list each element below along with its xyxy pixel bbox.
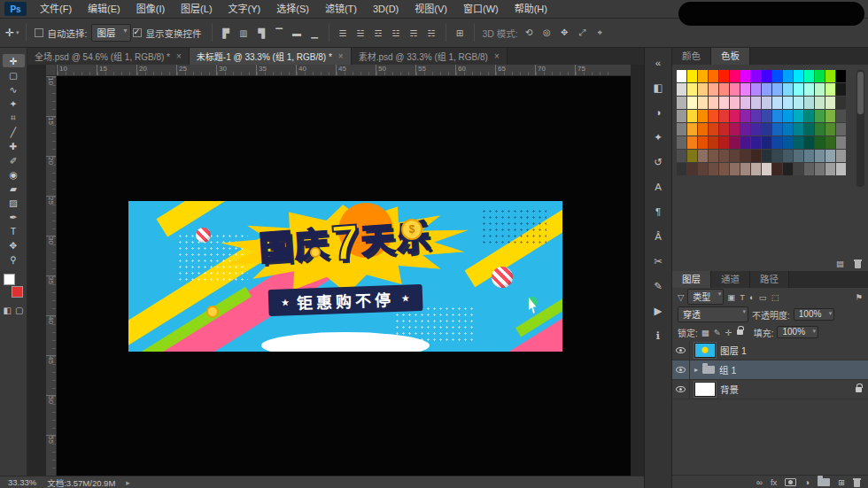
color-swatch[interactable]	[783, 83, 793, 96]
color-swatch[interactable]	[709, 150, 718, 162]
color-swatch[interactable]	[794, 123, 803, 136]
3d-roll-icon[interactable]: ◎	[539, 27, 554, 38]
document-tab-3[interactable]: 素材.psd @ 33.3% (组 1, RGB/8)×	[352, 48, 508, 65]
color-swatch[interactable]	[687, 83, 697, 96]
distribute-left-icon[interactable]: ☳	[389, 28, 404, 38]
color-swatch[interactable]	[783, 110, 793, 122]
new-swatch-icon[interactable]: ▤	[836, 259, 844, 268]
color-swatch[interactable]	[815, 110, 825, 122]
link-layers-icon[interactable]: ∞	[756, 477, 763, 487]
expand-panels-icon[interactable]: «	[647, 53, 669, 72]
color-swatch[interactable]	[687, 97, 697, 109]
align-right-icon[interactable]: ▜	[254, 28, 269, 38]
color-swatch[interactable]	[709, 83, 718, 96]
brush-settings-panel-icon[interactable]: ✎	[647, 276, 669, 295]
color-swatch[interactable]	[825, 163, 835, 175]
layer-visibility-toggle[interactable]	[672, 341, 690, 360]
color-swatch[interactable]	[783, 150, 793, 162]
hand-tool[interactable]: ✥	[3, 238, 25, 252]
color-swatch[interactable]	[762, 123, 771, 136]
status-options-arrow-icon[interactable]: ▸	[126, 478, 130, 487]
color-swatch[interactable]	[762, 70, 771, 82]
lock-all-icon[interactable]	[737, 329, 743, 335]
layer-row-3[interactable]: 背景	[672, 380, 868, 399]
crop-tool[interactable]: ⌗	[3, 111, 25, 124]
blend-mode-dropdown[interactable]: 穿透	[678, 306, 748, 322]
color-swatch[interactable]	[762, 150, 771, 162]
screen-mode-icon[interactable]: ▢	[15, 306, 23, 315]
color-swatch[interactable]	[751, 123, 761, 136]
filter-adjustment-layers-icon[interactable]: ◐	[749, 292, 755, 302]
color-swatch[interactable]	[825, 70, 835, 82]
history-panel-icon[interactable]: ↺	[647, 152, 669, 171]
color-swatch[interactable]	[772, 136, 782, 149]
color-swatch[interactable]	[762, 163, 771, 175]
color-swatch[interactable]	[687, 123, 697, 136]
color-swatch[interactable]	[719, 123, 729, 136]
menu-item-5[interactable]: 文字(Y)	[221, 0, 269, 19]
lock-position-icon[interactable]: ✛	[725, 328, 732, 337]
rectangular-marquee-tool[interactable]: ▢	[3, 68, 25, 81]
color-swatch[interactable]	[815, 123, 825, 136]
menu-item-7[interactable]: 滤镜(T)	[317, 0, 365, 19]
new-group-icon[interactable]	[818, 478, 830, 486]
distribute-bottom-icon[interactable]: ☲	[371, 28, 386, 38]
color-swatch[interactable]	[825, 83, 835, 96]
color-swatch[interactable]	[677, 110, 686, 122]
color-swatch[interactable]	[794, 136, 803, 149]
color-swatch[interactable]	[804, 136, 814, 149]
group-expand-arrow-icon[interactable]: ▸	[694, 366, 698, 374]
color-swatch[interactable]	[740, 150, 750, 162]
lock-image-pixels-icon[interactable]: ✎	[714, 328, 721, 337]
layer-mask-icon[interactable]	[785, 478, 796, 486]
3d-scale-icon[interactable]: ⌖	[593, 27, 608, 38]
color-swatch[interactable]	[751, 150, 761, 162]
color-swatch[interactable]	[804, 83, 814, 96]
layer-visibility-toggle[interactable]	[672, 380, 690, 399]
color-swatch[interactable]	[794, 70, 803, 82]
color-swatch[interactable]	[677, 83, 686, 96]
timeline-panel-icon[interactable]: ▶	[647, 301, 669, 320]
color-swatch[interactable]	[730, 83, 740, 96]
align-bottom-icon[interactable]: ▁	[307, 28, 322, 38]
color-swatch[interactable]	[719, 110, 729, 122]
type-tool[interactable]: T	[3, 224, 25, 237]
zoom-level[interactable]: 33.33%	[8, 477, 36, 487]
color-swatch[interactable]	[719, 136, 729, 149]
menu-item-11[interactable]: 帮助(H)	[507, 0, 555, 19]
color-swatch[interactable]	[772, 83, 782, 96]
color-swatch[interactable]	[825, 123, 835, 136]
color-swatch[interactable]	[677, 163, 686, 175]
filter-toggle-icon[interactable]: ⚑	[855, 292, 863, 302]
3d-rotate-icon[interactable]: ⟲	[522, 27, 537, 38]
color-swatch[interactable]	[677, 70, 686, 82]
tab-close-icon[interactable]: ×	[338, 51, 344, 61]
menu-item-8[interactable]: 3D(D)	[365, 0, 407, 19]
color-swatch[interactable]	[730, 136, 740, 149]
color-swatch[interactable]	[677, 123, 686, 136]
color-swatch[interactable]	[783, 163, 793, 175]
align-top-icon[interactable]: ▔	[272, 28, 287, 38]
color-swatch[interactable]	[804, 110, 814, 122]
quick-mask-mode-icon[interactable]: ◧	[4, 306, 12, 315]
color-swatch[interactable]	[794, 150, 803, 162]
background-color-chip[interactable]	[12, 286, 23, 298]
color-swatch[interactable]	[687, 150, 697, 162]
color-swatch[interactable]	[709, 110, 718, 122]
color-swatch[interactable]	[709, 163, 718, 175]
layer-thumbnail[interactable]	[694, 343, 716, 358]
filter-pixel-layers-icon[interactable]: ▣	[727, 292, 735, 302]
color-swatch[interactable]	[751, 70, 761, 82]
color-swatch[interactable]	[836, 83, 846, 96]
color-swatch[interactable]	[762, 110, 771, 122]
color-swatch[interactable]	[804, 150, 814, 162]
color-swatch[interactable]	[719, 83, 729, 96]
color-swatch[interactable]	[815, 97, 825, 109]
color-swatch[interactable]	[772, 150, 782, 162]
color-swatch[interactable]	[719, 163, 729, 175]
layers-tab-1[interactable]: 图层	[672, 271, 711, 288]
color-swatch[interactable]	[825, 136, 835, 149]
delete-layer-icon[interactable]	[853, 477, 861, 487]
fill-dropdown[interactable]: 100%	[777, 326, 818, 338]
menu-item-10[interactable]: 窗口(W)	[455, 0, 507, 19]
